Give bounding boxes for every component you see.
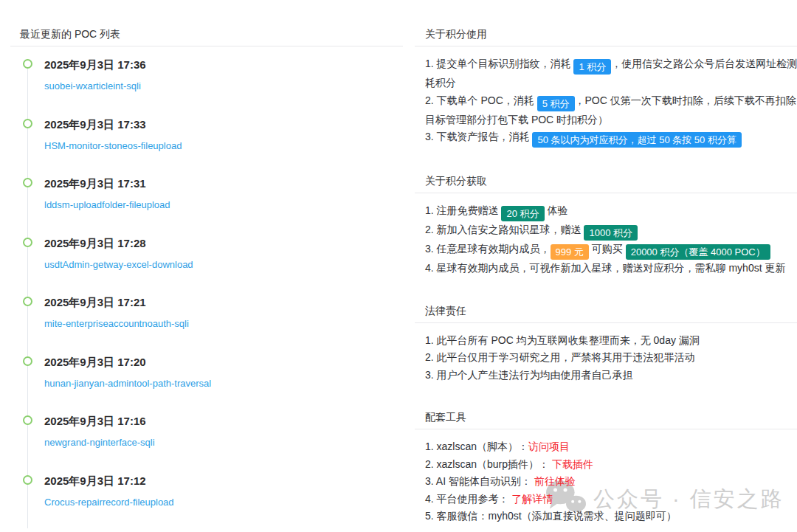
list-line: 2. 下载单个 POC，消耗 5 积分，POC 仅第一次下载时扣除，后续下载不再… <box>425 92 797 111</box>
section-title: 关于积分获取 <box>415 174 797 193</box>
poc-link[interactable]: lddsm-uploadfolder-fileupload <box>44 198 170 212</box>
list-line: 耗积分 <box>425 75 797 92</box>
text-segment: 4. 星球有效期内成员，可视作新加入星球，赠送对应积分，需私聊 myh0st 更… <box>425 262 785 274</box>
text-segment: 可购买 <box>589 243 626 255</box>
timeline-node-icon <box>23 59 32 69</box>
text-segment: 耗积分 <box>425 77 456 89</box>
section-list: 1. 提交单个目标识别指纹，消耗 1 积分，使用信安之路公众号后台发送网址检测不… <box>415 46 797 151</box>
poc-timestamp: 2025年9月3日 17:16 <box>44 414 403 429</box>
list-line: 1. 注册免费赠送 20 积分 体验 <box>425 202 797 221</box>
poc-timeline: 2025年9月3日 17:36 suobei-wxarticleint-sqli… <box>10 58 403 532</box>
text-segment: 目标管理部分打包下载 POC 时扣积分） <box>425 114 608 125</box>
timeline-node-icon <box>23 297 32 306</box>
points-badge: 999 元 <box>551 244 589 260</box>
divider <box>10 46 403 46</box>
text-segment: ，使用信安之路公众号后台发送网址检测不消 <box>611 58 797 69</box>
poc-timestamp: 2025年9月3日 17:20 <box>44 355 403 370</box>
points-badge: 50 条以内为对应积分，超过 50 条按 50 积分算 <box>532 132 741 148</box>
text-segment: 2. 下载单个 POC，消耗 <box>425 94 537 106</box>
list-line: 5. 客服微信：myh0st（添加直接说需求、提问题即可） <box>425 508 797 525</box>
info-panel: 关于积分使用 1. 提交单个目标识别指纹，消耗 1 积分，使用信安之路公众号后台… <box>415 0 797 528</box>
poc-timestamp: 2025年9月3日 17:12 <box>44 474 403 488</box>
section-legal: 法律责任 1. 此平台所有 POC 均为互联网收集整理而来，无 0day 漏洞2… <box>415 304 797 387</box>
list-line: 3. 任意星球有效期内成员，999 元 可购买 20000 积分（覆盖 4000… <box>425 241 797 260</box>
list-line: 2. 新加入信安之路知识星球，赠送 1000 积分 <box>425 221 797 241</box>
timeline-node-icon <box>23 178 32 187</box>
poc-timestamp: 2025年9月3日 17:31 <box>44 176 403 191</box>
poc-link[interactable]: HSM-monitor-stoneos-fileupload <box>44 139 182 153</box>
timeline-item: 2025年9月3日 17:33 HSM-monitor-stoneos-file… <box>10 117 403 177</box>
text-segment: 1. 此平台所有 POC 均为互联网收集整理而来，无 0day 漏洞 <box>425 334 700 346</box>
poc-timestamp: 2025年9月3日 17:28 <box>44 236 403 251</box>
points-badge: 20000 积分（覆盖 4000 POC） <box>626 244 770 260</box>
section-list: 1. 注册免费赠送 20 积分 体验2. 新加入信安之路知识星球，赠送 1000… <box>415 193 797 280</box>
section-title: 配套工具 <box>415 410 797 429</box>
list-line: 1. xazlscan（脚本）：访问项目 <box>425 438 797 456</box>
poc-timestamp: 2025年9月3日 17:21 <box>44 295 403 310</box>
timeline-item: 2025年9月3日 17:21 mite-enterpriseaccountno… <box>10 295 403 355</box>
list-line: 3. 用户个人产生违法行为均由使用者自己承担 <box>425 367 797 384</box>
points-badge: 20 积分 <box>501 206 544 221</box>
points-badge: 1000 积分 <box>584 225 638 241</box>
points-badge: 1 积分 <box>573 59 611 75</box>
timeline-item: 2025年9月3日 17:36 suobei-wxarticleint-sqli <box>10 58 403 117</box>
text-segment: ，POC 仅第一次下载时扣除，后续下载不再扣除（在 <box>575 94 797 106</box>
timeline-node-icon <box>23 119 32 128</box>
timeline-node-icon <box>23 356 32 366</box>
poc-link[interactable]: mite-enterpriseaccountnoauth-sqli <box>44 317 189 331</box>
section-points-usage: 关于积分使用 1. 提交单个目标识别指纹，消耗 1 积分，使用信安之路公众号后台… <box>415 27 797 151</box>
timeline-item: 2025年9月3日 17:28 usdtAdmin-getway-excel-d… <box>10 236 403 296</box>
list-line: 4. 星球有效期内成员，可视作新加入星球，赠送对应积分，需私聊 myh0st 更… <box>425 260 797 277</box>
list-line: 3. 下载资产报告，消耗 50 条以内为对应积分，超过 50 条按 50 积分算 <box>425 128 797 148</box>
poc-link[interactable]: Crocus-repairrecord-fileupload <box>44 496 174 509</box>
poc-list-panel: 最近更新的 POC 列表 2025年9月3日 17:36 suobei-wxar… <box>10 0 403 532</box>
tool-link[interactable]: 访问项目 <box>528 441 570 452</box>
timeline-item: 2025年9月3日 17:16 newgrand-nginterface-sql… <box>10 414 403 474</box>
poc-timestamp: 2025年9月3日 17:33 <box>44 117 403 132</box>
text-segment: 3. 下载资产报告，消耗 <box>425 131 532 142</box>
poc-link[interactable]: hunan-jianyan-admintool-path-traversal <box>44 377 211 390</box>
text-segment: 体验 <box>545 204 568 216</box>
list-line: 3. AI 智能体自动识别： 前往体验 <box>425 473 797 491</box>
section-title: 关于积分使用 <box>415 27 797 46</box>
timeline-node-icon <box>23 415 32 425</box>
list-line: 1. 此平台所有 POC 均为互联网收集整理而来，无 0day 漏洞 <box>425 332 797 350</box>
text-segment: 3. 用户个人产生违法行为均由使用者自己承担 <box>425 369 633 381</box>
text-segment: 3. 任意星球有效期内成员， <box>425 243 551 255</box>
section-points-earning: 关于积分获取 1. 注册免费赠送 20 积分 体验2. 新加入信安之路知识星球，… <box>415 174 797 280</box>
tool-link[interactable]: 下载插件 <box>552 458 593 470</box>
text-segment: 2. xazlscan（burp插件）： <box>425 458 552 470</box>
tool-link[interactable]: 了解详情 <box>511 493 553 505</box>
text-segment: 1. 提交单个目标识别指纹，消耗 <box>425 58 573 69</box>
section-tools: 配套工具 1. xazlscan（脚本）：访问项目2. xazlscan（bur… <box>415 410 797 528</box>
poc-link[interactable]: newgrand-nginterface-sqli <box>44 436 155 449</box>
tool-link[interactable]: 前往体验 <box>534 475 576 487</box>
points-badge: 5 积分 <box>537 96 575 111</box>
timeline-item: 2025年9月3日 17:31 lddsm-uploadfolder-fileu… <box>10 176 403 236</box>
section-list: 1. 此平台所有 POC 均为互联网收集整理而来，无 0day 漏洞2. 此平台… <box>415 323 797 387</box>
list-line: 2. xazlscan（burp插件）： 下载插件 <box>425 456 797 474</box>
list-line: 目标管理部分打包下载 POC 时扣积分） <box>425 111 797 129</box>
timeline-node-icon <box>23 475 32 485</box>
text-segment: 1. xazlscan（脚本）： <box>425 441 528 452</box>
page: 公众号 · 信安之路 最近更新的 POC 列表 2025年9月3日 17:36 … <box>0 0 797 532</box>
list-line: 2. 此平台仅用于学习研究之用，严禁将其用于违法犯罪活动 <box>425 349 797 367</box>
poc-timestamp: 2025年9月3日 17:36 <box>44 58 403 72</box>
text-segment: 1. 注册免费赠送 <box>425 204 501 216</box>
poc-list-title: 最近更新的 POC 列表 <box>10 0 403 46</box>
section-list: 1. xazlscan（脚本）：访问项目2. xazlscan（burp插件）：… <box>415 429 797 528</box>
list-line: 1. 提交单个目标识别指纹，消耗 1 积分，使用信安之路公众号后台发送网址检测不… <box>425 55 797 75</box>
timeline-node-icon <box>23 238 32 247</box>
poc-link[interactable]: suobei-wxarticleint-sqli <box>44 80 141 93</box>
timeline-item: 2025年9月3日 17:20 hunan-jianyan-admintool-… <box>10 355 403 415</box>
text-segment: 2. 此平台仅用于学习研究之用，严禁将其用于违法犯罪活动 <box>425 351 695 363</box>
poc-link[interactable]: usdtAdmin-getway-excel-download <box>44 258 193 272</box>
list-line: 4. 平台使用参考： 了解详情 <box>425 491 797 508</box>
timeline-item: 2025年9月3日 17:12 Crocus-repairrecord-file… <box>10 474 403 532</box>
text-segment: 5. 客服微信：myh0st（添加直接说需求、提问题即可） <box>425 510 677 522</box>
text-segment: 4. 平台使用参考： <box>425 493 511 505</box>
section-title: 法律责任 <box>415 304 797 322</box>
text-segment: 3. AI 智能体自动识别： <box>425 475 534 487</box>
text-segment: 2. 新加入信安之路知识星球，赠送 <box>425 224 584 235</box>
